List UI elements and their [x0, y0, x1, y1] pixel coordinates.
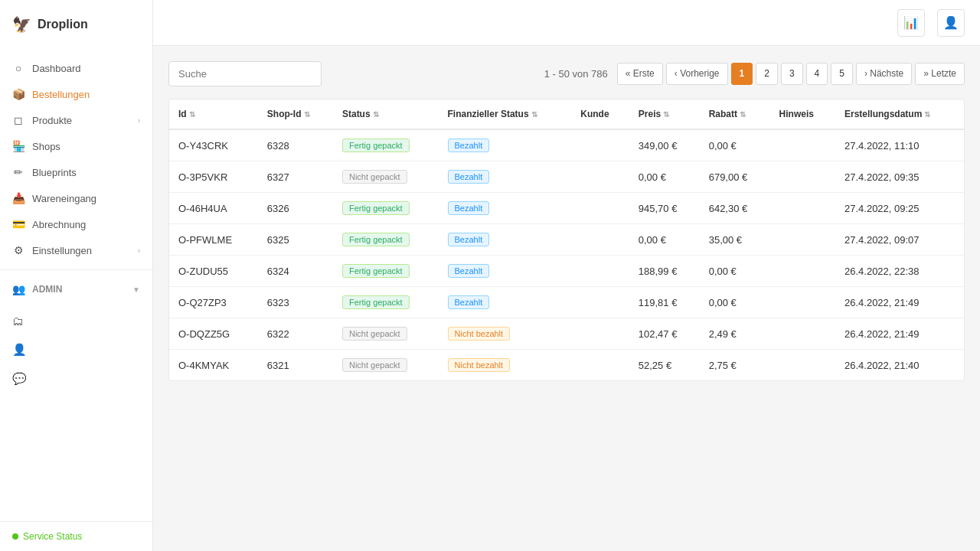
user-button[interactable]: 👤	[937, 9, 965, 37]
col-header-status[interactable]: Status⇅	[333, 99, 439, 129]
page-4-button[interactable]: 4	[806, 63, 828, 85]
chart-icon: 📊	[903, 15, 919, 30]
cell-status: Fertig gepackt	[333, 256, 439, 287]
cell-hinweis	[770, 224, 835, 256]
cell-rabatt: 642,30 €	[700, 193, 770, 224]
cell-fin-status: Bezahlt	[439, 129, 572, 161]
sidebar-item-blueprints[interactable]: ✏ Blueprints	[0, 159, 152, 185]
cell-hinweis	[770, 256, 835, 287]
cell-preis: 119,81 €	[629, 287, 700, 318]
orders-table-container: Id⇅Shop-Id⇅Status⇅Finanzieller Status⇅Ku…	[168, 99, 965, 381]
sidebar: 🦅 Droplion ○ Dashboard 📦 Bestellungen ◻ …	[0, 0, 153, 551]
col-header-rabatt[interactable]: Rabatt⇅	[700, 99, 770, 129]
table-row[interactable]: O-4KMYAK6321Nicht gepacktNicht bezahlt52…	[169, 350, 964, 381]
cell-shop-id: 6322	[258, 318, 333, 350]
page-5-button[interactable]: 5	[831, 63, 853, 85]
table-row[interactable]: O-PFWLME6325Fertig gepacktBezahlt0,00 €3…	[169, 224, 964, 256]
cell-status: Fertig gepackt	[333, 129, 439, 161]
cell-datum: 26.4.2022, 21:49	[835, 287, 964, 318]
cell-preis: 102,47 €	[629, 318, 700, 350]
app-name: Droplion	[38, 18, 88, 31]
col-header-id[interactable]: Id⇅	[169, 99, 258, 129]
sidebar-footer[interactable]: Service Status	[0, 521, 152, 551]
table-row[interactable]: O-Y43CRK6328Fertig gepacktBezahlt349,00 …	[169, 129, 964, 161]
table-row[interactable]: O-ZUDU556324Fertig gepacktBezahlt188,99 …	[169, 256, 964, 287]
nav-label-dashboard: Dashboard	[32, 63, 81, 74]
logo-icon: 🦅	[12, 15, 31, 34]
admin-icons: 🗂 👤 💬	[0, 302, 152, 398]
table-row[interactable]: O-Q27ZP36323Fertig gepacktBezahlt119,81 …	[169, 287, 964, 318]
sort-icon-id: ⇅	[189, 110, 195, 119]
admin-chevron: ▼	[132, 285, 140, 294]
admin-section[interactable]: 👥 Admin ▼	[0, 276, 152, 302]
cell-preis: 0,00 €	[629, 161, 700, 193]
cell-fin-status: Bezahlt	[439, 224, 572, 256]
sidebar-item-dashboard[interactable]: ○ Dashboard	[0, 55, 152, 81]
nav-label-wareneingang: Wareneingang	[32, 193, 96, 204]
admin-icon-files[interactable]: 🗂	[12, 308, 140, 334]
table-row[interactable]: O-DQZZ5G6322Nicht gepacktNicht bezahlt10…	[169, 318, 964, 350]
cell-shop-id: 6323	[258, 287, 333, 318]
nav-icon-wareneingang: 📥	[12, 192, 24, 204]
cell-datum: 27.4.2022, 09:07	[835, 224, 964, 256]
sort-icon-erstellungsdatum: ⇅	[924, 110, 930, 119]
page-prev-button[interactable]: ‹ Vorherige	[666, 63, 728, 85]
badge-cell-fin-status: Bezahlt	[448, 170, 490, 184]
cell-kunde	[571, 287, 629, 318]
sidebar-item-einstellungen[interactable]: ⚙ Einstellungen ›	[0, 237, 152, 263]
nav-divider	[0, 269, 152, 270]
page-1-button[interactable]: 1	[731, 63, 753, 85]
sort-icon-status: ⇅	[373, 110, 379, 119]
table-row[interactable]: O-3P5VKR6327Nicht gepacktBezahlt0,00 €67…	[169, 161, 964, 193]
search-input[interactable]	[168, 61, 322, 86]
cell-kunde	[571, 161, 629, 193]
cell-datum: 27.4.2022, 11:10	[835, 129, 964, 161]
table-body: O-Y43CRK6328Fertig gepacktBezahlt349,00 …	[169, 129, 964, 380]
cell-preis: 945,70 €	[629, 193, 700, 224]
nav-arrow-einstellungen: ›	[138, 246, 140, 255]
nav-icon-abrechnung: 💳	[12, 218, 24, 230]
badge-cell-status: Nicht gepackt	[342, 358, 407, 372]
table-row[interactable]: O-46H4UA6326Fertig gepacktBezahlt945,70 …	[169, 193, 964, 224]
sidebar-item-shops[interactable]: 🏪 Shops	[0, 133, 152, 159]
nav-icon-einstellungen: ⚙	[12, 244, 24, 256]
badge-cell-fin-status: Bezahlt	[448, 295, 490, 309]
cell-datum: 26.4.2022, 21:49	[835, 318, 964, 350]
cell-id: O-DQZZ5G	[169, 318, 258, 350]
cell-shop-id: 6327	[258, 161, 333, 193]
chart-button[interactable]: 📊	[897, 9, 925, 37]
page-first-button[interactable]: « Erste	[617, 63, 663, 85]
app-logo[interactable]: 🦅 Droplion	[0, 0, 152, 49]
content-area: 1 - 50 von 786 « Erste ‹ Vorherige 1 2 3…	[153, 46, 980, 551]
col-header-hinweis: Hinweis	[770, 99, 835, 129]
cell-rabatt: 679,00 €	[700, 161, 770, 193]
col-header-erstellungsdatum[interactable]: Erstellungsdatum⇅	[835, 99, 964, 129]
cell-kunde	[571, 224, 629, 256]
cell-datum: 27.4.2022, 09:25	[835, 193, 964, 224]
page-next-button[interactable]: › Nächste	[856, 63, 912, 85]
pagination: 1 - 50 von 786 « Erste ‹ Vorherige 1 2 3…	[544, 63, 965, 85]
admin-icon-chat[interactable]: 💬	[12, 366, 140, 392]
cell-shop-id: 6325	[258, 224, 333, 256]
sidebar-item-abrechnung[interactable]: 💳 Abrechnung	[0, 211, 152, 237]
cell-rabatt: 0,00 €	[700, 129, 770, 161]
cell-rabatt: 2,49 €	[700, 318, 770, 350]
nav-icon-dashboard: ○	[12, 62, 24, 74]
page-3-button[interactable]: 3	[781, 63, 803, 85]
admin-icon-user[interactable]: 👤	[12, 337, 140, 363]
sidebar-item-wareneingang[interactable]: 📥 Wareneingang	[0, 185, 152, 211]
page-2-button[interactable]: 2	[756, 63, 778, 85]
cell-id: O-Y43CRK	[169, 129, 258, 161]
col-header-preis[interactable]: Preis⇅	[629, 99, 700, 129]
nav-label-shops: Shops	[32, 141, 60, 152]
col-header-shop_id[interactable]: Shop-Id⇅	[258, 99, 333, 129]
col-header-fin_status[interactable]: Finanzieller Status⇅	[439, 99, 572, 129]
sidebar-item-bestellungen[interactable]: 📦 Bestellungen	[0, 81, 152, 107]
admin-label: Admin	[32, 284, 62, 295]
admin-icon: 👥	[12, 283, 24, 295]
sidebar-item-produkte[interactable]: ◻ Produkte ›	[0, 107, 152, 133]
cell-shop-id: 6321	[258, 350, 333, 381]
page-last-button[interactable]: » Letzte	[915, 63, 965, 85]
sidebar-nav: ○ Dashboard 📦 Bestellungen ◻ Produkte › …	[0, 49, 152, 521]
cell-hinweis	[770, 287, 835, 318]
